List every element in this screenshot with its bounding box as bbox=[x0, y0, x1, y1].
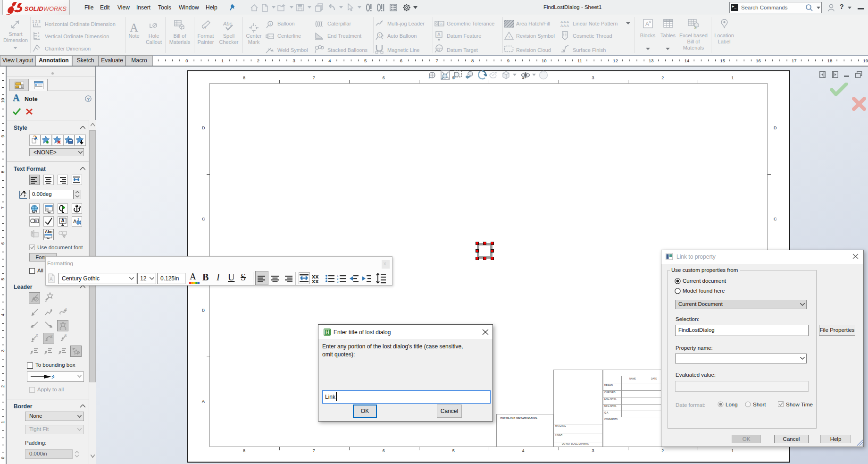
svg-text:1: 1 bbox=[0, 421, 5, 423]
svg-text:1 2 3: 1 2 3 bbox=[32, 19, 41, 24]
svg-text:H: H bbox=[326, 329, 329, 335]
svg-text:7: 7 bbox=[435, 58, 438, 63]
svg-text:6: 6 bbox=[0, 242, 5, 245]
svg-text:x: x bbox=[65, 307, 67, 311]
svg-text:A: A bbox=[130, 22, 138, 33]
svg-text:A: A bbox=[203, 25, 206, 30]
svg-text:A: A bbox=[645, 21, 649, 27]
svg-text:A: A bbox=[61, 218, 65, 223]
svg-text:?: ? bbox=[87, 96, 90, 101]
svg-text:2: 2 bbox=[257, 58, 259, 63]
svg-text:1: 1 bbox=[269, 22, 271, 25]
svg-text:17: 17 bbox=[792, 58, 797, 63]
svg-text:4: 4 bbox=[0, 313, 5, 316]
svg-text:1: 1 bbox=[221, 58, 224, 63]
svg-text:5: 5 bbox=[0, 278, 5, 280]
svg-text:AAA: AAA bbox=[560, 24, 569, 27]
svg-text:18: 18 bbox=[827, 58, 833, 63]
svg-text:A: A bbox=[34, 136, 38, 141]
svg-text:15: 15 bbox=[720, 58, 726, 63]
svg-text:5: 5 bbox=[364, 58, 367, 63]
svg-text:1: 1 bbox=[379, 34, 381, 37]
svg-text:x: x bbox=[36, 333, 38, 337]
svg-text:0: 0 bbox=[185, 58, 188, 63]
svg-text:3: 3 bbox=[293, 58, 295, 63]
svg-text:0.3: 0.3 bbox=[440, 22, 444, 25]
svg-text:2: 2 bbox=[0, 385, 5, 388]
svg-text:0.3: 0.3 bbox=[35, 219, 40, 223]
svg-text:A: A bbox=[25, 192, 26, 194]
svg-text:12: 12 bbox=[613, 58, 618, 63]
svg-text:10: 10 bbox=[0, 98, 5, 103]
svg-text:13: 13 bbox=[649, 58, 654, 63]
svg-text:19: 19 bbox=[863, 58, 868, 63]
svg-text:3: 3 bbox=[38, 37, 40, 40]
svg-text:14: 14 bbox=[684, 58, 690, 63]
svg-text:8: 8 bbox=[0, 171, 5, 173]
svg-text:3: 3 bbox=[0, 349, 5, 352]
svg-text:1: 1 bbox=[77, 218, 79, 221]
svg-text:6: 6 bbox=[400, 58, 402, 63]
svg-text:xx: xx bbox=[312, 278, 319, 283]
svg-text:A: A bbox=[73, 219, 77, 224]
svg-text:3: 3 bbox=[337, 280, 339, 283]
svg-text:16: 16 bbox=[756, 58, 761, 63]
svg-text:7: 7 bbox=[0, 206, 5, 209]
svg-text:9: 9 bbox=[0, 135, 5, 137]
svg-text:A1: A1 bbox=[437, 49, 441, 51]
svg-text:1: 1 bbox=[508, 35, 510, 39]
svg-text:A: A bbox=[437, 32, 441, 37]
svg-text:X: X bbox=[694, 25, 697, 30]
svg-text:8: 8 bbox=[471, 58, 474, 63]
svg-text:Abc: Abc bbox=[45, 229, 52, 234]
svg-text:A: A bbox=[50, 277, 53, 282]
svg-text:10: 10 bbox=[542, 58, 547, 63]
svg-text:11: 11 bbox=[577, 58, 582, 63]
svg-text:Abc: Abc bbox=[223, 21, 232, 26]
svg-text:1: 1 bbox=[337, 274, 339, 277]
svg-text:9: 9 bbox=[507, 58, 509, 63]
svg-text:0: 0 bbox=[0, 456, 5, 459]
svg-text:4: 4 bbox=[328, 58, 331, 63]
svg-text:x: x bbox=[65, 333, 67, 337]
